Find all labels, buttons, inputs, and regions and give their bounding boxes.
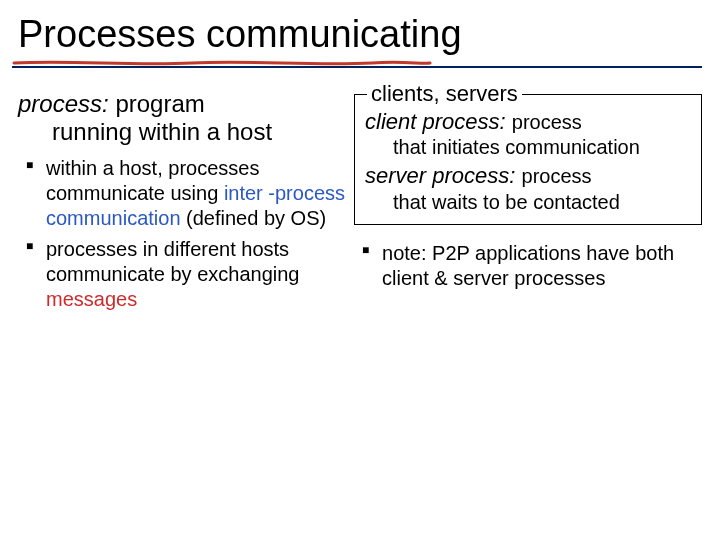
slide-title: Processes communicating (18, 14, 462, 56)
process-definition: process: program running within a host (18, 90, 346, 147)
server-def-body: that waits to be contacted (365, 190, 691, 214)
right-note-bullet: note: P2P applications have both client … (360, 241, 702, 291)
left-bullet-1: within a host, processes communicate usi… (24, 156, 346, 231)
client-def-trail: process (512, 111, 582, 133)
server-def-trail: process (522, 165, 592, 187)
blue-underline-icon (12, 66, 702, 68)
process-def-rest: program (115, 90, 204, 117)
client-def: client process: process that initiates c… (365, 109, 691, 159)
client-def-term: client process: (365, 109, 506, 134)
server-def-term: server process: (365, 163, 515, 188)
left-bullet-2: processes in different hosts communicate… (24, 237, 346, 312)
left-bullet-1-c: (defined by OS) (181, 207, 327, 229)
process-def-line2: running within a host (18, 118, 346, 146)
right-note-text: note: P2P applications have both client … (382, 242, 674, 289)
client-def-body: that initiates communication (365, 135, 691, 159)
clients-servers-box: clients, servers client process: process… (354, 94, 702, 225)
box-legend: clients, servers (367, 81, 522, 107)
right-column: clients, servers client process: process… (354, 90, 702, 319)
left-bullet-2-red: messages (46, 288, 137, 310)
process-def-term: process: (18, 90, 109, 117)
left-bullet-2-a: processes in different hosts communicate… (46, 238, 299, 285)
left-column: process: program running within a host w… (18, 90, 346, 319)
server-def: server process: process that waits to be… (365, 163, 691, 213)
